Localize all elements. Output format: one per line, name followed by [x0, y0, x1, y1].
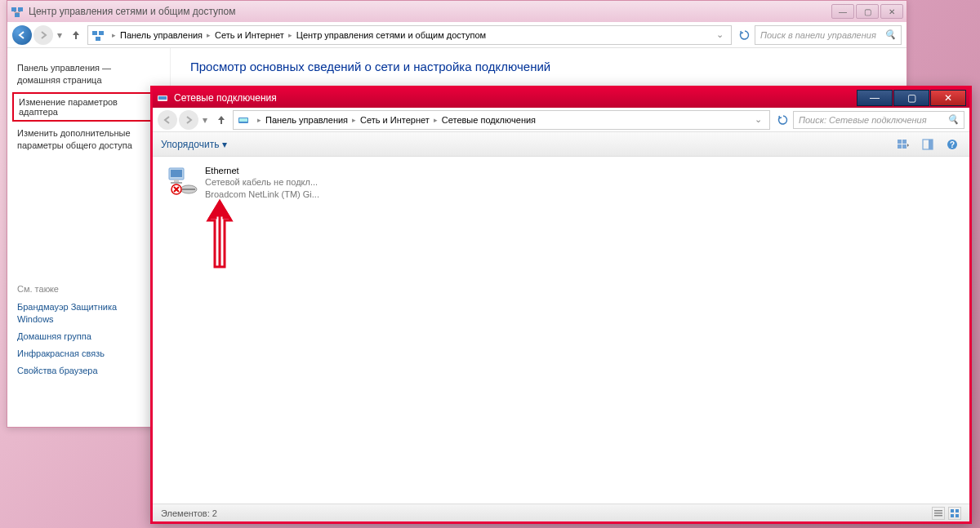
window-title: Сетевые подключения — [174, 92, 856, 104]
history-dropdown[interactable]: ▾ — [55, 29, 65, 41]
svg-rect-22 — [174, 180, 179, 182]
sidebar-home-link[interactable]: Панель управления — домашняя страница — [17, 60, 160, 89]
svg-text:?: ? — [950, 140, 955, 149]
sidebar-firewall-link[interactable]: Брандмауэр Защитника Windows — [17, 299, 160, 328]
svg-rect-28 — [934, 515, 942, 517]
forward-button[interactable] — [179, 110, 198, 130]
svg-rect-7 — [96, 37, 100, 41]
nav-bar: ▾ ▸ Панель управления ▸ Сеть и Интернет … — [7, 22, 906, 48]
svg-line-3 — [14, 11, 17, 13]
titlebar[interactable]: Сетевые подключения — ▢ ✕ — [153, 88, 969, 108]
window-title: Центр управления сетями и общим доступом — [29, 6, 831, 17]
toolbar: Упорядочить ▾ ? — [153, 132, 969, 157]
search-icon: 🔍 — [947, 114, 959, 125]
refresh-button[interactable] — [773, 110, 793, 130]
forward-button[interactable] — [33, 25, 53, 45]
breadcrumb-item[interactable]: Сеть и Интернет — [215, 30, 284, 40]
svg-rect-26 — [934, 510, 942, 512]
refresh-button[interactable] — [735, 25, 755, 45]
grid-icon — [950, 508, 960, 518]
breadcrumb[interactable]: ▸ Панель управления ▸ Сеть и Интернет ▸ … — [233, 110, 770, 130]
svg-rect-6 — [99, 31, 104, 35]
view-details-button[interactable] — [932, 507, 945, 520]
search-placeholder: Поиск: Сетевые подключения — [799, 115, 927, 125]
svg-rect-13 — [902, 140, 906, 144]
svg-rect-23 — [171, 182, 182, 184]
back-button[interactable] — [12, 25, 32, 45]
close-button[interactable]: ✕ — [930, 90, 966, 106]
up-button[interactable] — [68, 27, 84, 43]
svg-rect-11 — [239, 118, 247, 122]
sidebar-homegroup-link[interactable]: Домашняя группа — [17, 328, 160, 345]
adapter-name: Ethernet — [205, 165, 319, 176]
breadcrumb-item[interactable]: Сетевые подключения — [442, 115, 536, 125]
view-options-button[interactable] — [894, 135, 912, 153]
up-button[interactable] — [213, 112, 229, 128]
adapter-driver: Broadcom NetLink (TM) Gi... — [205, 189, 319, 200]
svg-rect-12 — [898, 140, 902, 144]
sidebar-infrared-link[interactable]: Инфракрасная связь — [17, 345, 160, 362]
breadcrumb-item[interactable]: Панель управления — [265, 115, 348, 125]
refresh-icon — [777, 114, 789, 126]
arrow-left-icon — [17, 30, 27, 40]
nav-bar: ▾ ▸ Панель управления ▸ Сеть и Интернет … — [153, 108, 969, 132]
svg-rect-17 — [929, 140, 933, 149]
page-title: Просмотр основных сведений о сети и наст… — [190, 60, 887, 73]
breadcrumb-item[interactable]: Панель управления — [120, 30, 203, 40]
view-icon — [897, 139, 910, 150]
breadcrumb[interactable]: ▸ Панель управления ▸ Сеть и Интернет ▸ … — [87, 25, 732, 45]
svg-rect-5 — [92, 31, 97, 35]
see-also-heading: См. также — [17, 284, 160, 294]
adapter-status: Сетевой кабель не подкл... — [205, 176, 319, 188]
network-adapter-item[interactable]: Ethernet Сетевой кабель не подкл... Broa… — [164, 163, 360, 202]
arrow-up-icon — [70, 29, 82, 41]
svg-rect-32 — [956, 514, 959, 517]
app-icon — [156, 91, 169, 104]
sidebar-browser-link[interactable]: Свойства браузера — [17, 362, 160, 379]
svg-rect-9 — [158, 96, 167, 100]
app-icon — [11, 5, 24, 18]
help-button[interactable]: ? — [943, 135, 961, 153]
minimize-button[interactable]: — — [831, 4, 854, 19]
status-bar: Элементов: 2 — [153, 504, 969, 521]
search-input[interactable]: Поиск в панели управления 🔍 — [755, 25, 902, 45]
svg-rect-29 — [951, 509, 954, 512]
search-placeholder: Поиск в панели управления — [760, 30, 876, 40]
annotation-arrow-icon — [203, 197, 236, 271]
history-dropdown[interactable]: ▾ — [200, 114, 210, 126]
svg-rect-14 — [898, 144, 902, 149]
maximize-button[interactable]: ▢ — [856, 4, 879, 19]
preview-pane-button[interactable] — [919, 135, 937, 153]
sidebar-adapter-settings-link[interactable]: Изменение параметров адаптера — [12, 92, 165, 122]
sidebar: Панель управления — домашняя страница Из… — [7, 48, 171, 427]
file-list-area[interactable]: Ethernet Сетевой кабель не подкл... Broa… — [153, 157, 969, 504]
search-icon: 🔍 — [884, 29, 896, 40]
svg-rect-31 — [951, 514, 954, 517]
view-icons-button[interactable] — [948, 507, 961, 520]
breadcrumb-item[interactable]: Центр управления сетями и общим доступом — [296, 30, 486, 40]
breadcrumb-icon — [91, 29, 105, 42]
arrow-right-icon — [184, 115, 194, 125]
ethernet-adapter-icon — [166, 165, 198, 197]
back-button[interactable] — [158, 110, 177, 130]
svg-rect-27 — [934, 512, 942, 514]
titlebar[interactable]: Центр управления сетями и общим доступом… — [7, 1, 906, 22]
breadcrumb-item[interactable]: Сеть и Интернет — [360, 115, 430, 125]
arrow-right-icon — [38, 30, 48, 40]
search-input[interactable]: Поиск: Сетевые подключения 🔍 — [793, 111, 964, 129]
svg-rect-15 — [902, 144, 906, 149]
arrow-up-icon — [216, 114, 227, 126]
breadcrumb-icon — [237, 113, 250, 126]
svg-rect-1 — [18, 7, 23, 11]
sidebar-advanced-sharing-link[interactable]: Изменить дополнительные параметры общего… — [17, 125, 160, 154]
organize-menu[interactable]: Упорядочить ▾ — [161, 139, 227, 150]
svg-rect-30 — [956, 509, 959, 512]
network-connections-window: Сетевые подключения — ▢ ✕ ▾ ▸ Панель упр… — [150, 86, 972, 524]
minimize-button[interactable]: — — [857, 90, 893, 106]
status-text: Элементов: 2 — [161, 508, 217, 518]
close-button[interactable]: ✕ — [880, 4, 903, 19]
arrow-left-icon — [163, 115, 172, 125]
list-icon — [933, 508, 943, 518]
svg-rect-21 — [171, 170, 182, 177]
maximize-button[interactable]: ▢ — [893, 90, 929, 106]
